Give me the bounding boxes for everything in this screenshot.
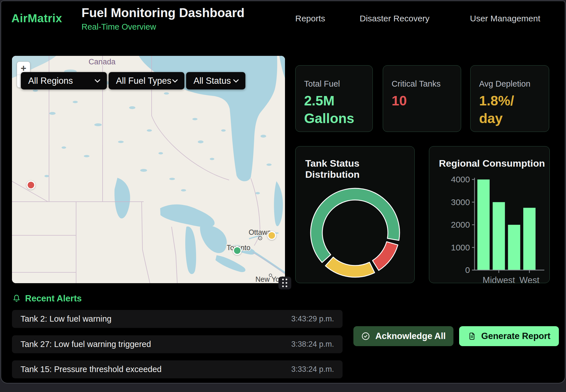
region-filter-value: All Regions	[28, 76, 73, 86]
fuel-type-filter-value: All Fuel Types	[116, 76, 171, 86]
page-title: Fuel Monitoring Dashboard	[82, 6, 245, 20]
alert-timestamp: 3:43:29 p.m.	[291, 315, 334, 323]
kpi-label: Avg Depletion	[479, 79, 540, 89]
alert-row[interactable]: Tank 2: Low fuel warning 3:43:29 p.m.	[12, 310, 343, 328]
kpi-label: Total Fuel	[304, 79, 364, 89]
bar-3	[523, 208, 536, 270]
chevron-down-icon	[172, 79, 178, 83]
x-axis-tick-label: West	[520, 275, 539, 283]
status-filter-select[interactable]: All Status	[186, 72, 245, 89]
acknowledge-all-button[interactable]: Acknowledge All	[353, 326, 453, 346]
y-axis-tick-label: 2000	[451, 220, 470, 229]
kpi-value: 1.8%/ day	[479, 92, 540, 128]
chevron-down-icon	[233, 79, 239, 83]
kpi-value: 2.5M Gallons	[304, 92, 364, 128]
generate-report-label: Generate Report	[481, 331, 551, 341]
alert-timestamp: 3:33:24 p.m.	[291, 365, 334, 374]
map-canvas[interactable]: Canada Ottawa Toronto New York	[12, 56, 285, 283]
chevron-down-icon	[94, 79, 101, 83]
alert-message: Tank 2: Low fuel warning	[21, 314, 111, 324]
status-filter-value: All Status	[194, 76, 231, 86]
x-axis-tick-label: Midwest	[482, 275, 515, 283]
nav-item-reports[interactable]: Reports	[295, 14, 325, 23]
alert-message: Tank 27: Low fuel warning triggered	[21, 340, 151, 349]
generate-report-button[interactable]: Generate Report	[459, 326, 559, 346]
bar-1	[493, 202, 505, 270]
app-window: AirMatrix Fuel Monitoring Dashboard Real…	[1, 1, 565, 383]
kpi-card-total-fuel: Total Fuel 2.5M Gallons	[295, 65, 373, 132]
kpi-label: Critical Tanks	[392, 79, 452, 89]
alert-row[interactable]: Tank 27: Low fuel warning triggered 3:38…	[12, 335, 343, 353]
regional-consumption-card: Regional Consumption 01000200030004000Mi…	[429, 146, 550, 283]
kpi-card-avg-depletion: Avg Depletion 1.8%/ day	[470, 65, 549, 132]
alert-timestamp: 3:38:24 p.m.	[291, 340, 334, 349]
y-axis-tick-label: 4000	[451, 175, 470, 184]
donut-segment-critical	[372, 242, 398, 270]
chart-title: Tank Status Distribution	[305, 158, 414, 180]
check-circle-icon	[361, 332, 370, 341]
bell-icon	[12, 294, 21, 303]
tank-status-distribution-card: Tank Status Distribution	[295, 146, 415, 283]
region-filter-select[interactable]: All Regions	[21, 72, 107, 89]
regional-consumption-bar-chart: 01000200030004000MidwestWest	[429, 146, 550, 283]
map-label-canada: Canada	[89, 58, 116, 66]
alert-message: Tank 15: Pressure threshold exceeded	[21, 365, 162, 374]
tank-status-donut-chart	[308, 186, 402, 280]
kpi-value: 10	[392, 92, 452, 110]
tank-marker-normal[interactable]	[233, 246, 242, 255]
brand-logo: AirMatrix	[11, 12, 62, 25]
page-subtitle: Real-Time Overview	[82, 22, 156, 32]
recent-alerts-header: Recent Alerts	[12, 293, 82, 304]
fuel-map[interactable]: Canada Ottawa Toronto New York + − All R…	[12, 56, 285, 283]
document-icon	[468, 332, 476, 340]
resize-handle[interactable]	[278, 277, 291, 289]
map-filters: All Regions All Fuel Types All Status	[21, 72, 245, 89]
tank-marker-critical[interactable]	[27, 181, 35, 189]
nav-item-user-management[interactable]: User Management	[470, 14, 540, 23]
y-axis-tick-label: 3000	[451, 197, 470, 207]
acknowledge-all-label: Acknowledge All	[375, 331, 446, 341]
window-bottom-gap	[0, 383, 566, 392]
nav-item-disaster-recovery[interactable]: Disaster Recovery	[360, 14, 429, 23]
tank-marker-warning[interactable]	[267, 231, 276, 240]
y-axis-tick-label: 1000	[451, 243, 470, 252]
bar-0	[477, 179, 490, 270]
fuel-type-filter-select[interactable]: All Fuel Types	[109, 72, 184, 89]
donut-segment-warning	[325, 257, 375, 277]
y-axis-tick-label: 0	[465, 265, 470, 275]
recent-alerts-title: Recent Alerts	[25, 293, 82, 304]
alert-row[interactable]: Tank 15: Pressure threshold exceeded 3:3…	[12, 360, 343, 378]
bar-2	[508, 225, 520, 270]
kpi-card-critical-tanks: Critical Tanks 10	[383, 65, 461, 132]
